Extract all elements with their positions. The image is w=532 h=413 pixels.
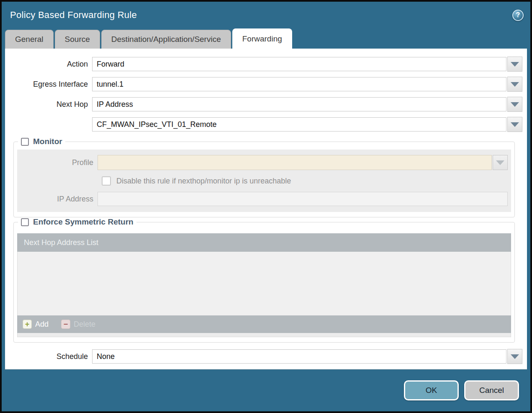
- delete-button: − Delete: [61, 320, 95, 329]
- next-hop-dropdown-button[interactable]: [507, 97, 522, 112]
- next-hop-label: Next Hop: [8, 100, 92, 109]
- monitor-section: Monitor Profile Disable this rule if nex…: [13, 137, 515, 217]
- monitor-checkbox[interactable]: [21, 138, 29, 146]
- action-dropdown-button[interactable]: [507, 57, 522, 72]
- chevron-down-icon: [511, 82, 519, 87]
- chevron-down-icon: [511, 122, 519, 127]
- chevron-down-icon: [511, 62, 519, 67]
- dialog-title: Policy Based Forwarding Rule: [10, 10, 137, 21]
- table-footer: + Add − Delete: [17, 315, 511, 333]
- next-hop-address-select[interactable]: CF_MWAN_IPsec_VTI_01_Remote: [92, 117, 506, 132]
- next-hop-address-row: CF_MWAN_IPsec_VTI_01_Remote: [8, 117, 522, 132]
- tab-forwarding[interactable]: Forwarding: [232, 28, 292, 49]
- table-header: Next Hop Address List: [17, 233, 511, 252]
- symmetric-return-checkbox[interactable]: [21, 218, 29, 226]
- action-label: Action: [8, 60, 92, 69]
- symmetric-return-legend: Enforce Symmetric Return: [18, 217, 136, 227]
- disable-rule-checkbox: [102, 176, 111, 186]
- profile-select: [98, 155, 492, 170]
- tab-bar: General Source Destination/Application/S…: [2, 28, 530, 49]
- monitor-panel: Profile Disable this rule if nexthop/mon…: [17, 150, 511, 212]
- action-select[interactable]: Forward: [92, 57, 506, 71]
- action-row: Action Forward: [8, 57, 522, 72]
- disable-rule-label: Disable this rule if nexthop/monitor ip …: [116, 177, 291, 186]
- schedule-select[interactable]: None: [92, 349, 506, 364]
- schedule-row: Schedule None: [8, 349, 522, 364]
- table-body-empty: [17, 252, 511, 315]
- monitor-legend: Monitor: [18, 137, 65, 146]
- dialog-footer: OK Cancel: [2, 369, 530, 411]
- egress-interface-select[interactable]: tunnel.1: [92, 77, 506, 91]
- monitor-ip-row: IP Address: [17, 192, 511, 206]
- schedule-dropdown-button[interactable]: [507, 349, 522, 364]
- next-hop-address-dropdown-button[interactable]: [507, 117, 522, 132]
- title-bar: Policy Based Forwarding Rule ?: [2, 2, 530, 28]
- chevron-down-icon: [511, 354, 519, 359]
- disable-rule-row: Disable this rule if nexthop/monitor ip …: [102, 176, 511, 186]
- chevron-down-icon: [511, 102, 519, 107]
- tab-content-forwarding: Action Forward Egress Interface tunnel.1…: [5, 49, 527, 369]
- profile-row: Profile: [17, 155, 511, 170]
- monitor-legend-label: Monitor: [33, 137, 62, 146]
- add-button[interactable]: + Add: [23, 320, 49, 329]
- profile-label: Profile: [17, 158, 98, 167]
- egress-interface-dropdown-button[interactable]: [507, 77, 522, 92]
- egress-interface-row: Egress Interface tunnel.1: [8, 77, 522, 92]
- help-icon[interactable]: ?: [512, 10, 524, 21]
- dialog-background: Policy Based Forwarding Rule ? General S…: [2, 2, 530, 411]
- tab-source[interactable]: Source: [55, 30, 100, 49]
- monitor-ip-input: [98, 192, 508, 206]
- chevron-down-icon: [496, 160, 504, 165]
- delete-button-label: Delete: [74, 320, 95, 329]
- cancel-button[interactable]: Cancel: [464, 380, 519, 400]
- table-scrollbar-track[interactable]: [17, 333, 511, 337]
- next-hop-type-select[interactable]: IP Address: [92, 97, 506, 111]
- egress-interface-label: Egress Interface: [8, 80, 92, 89]
- next-hop-row: Next Hop IP Address: [8, 97, 522, 112]
- schedule-label: Schedule: [8, 352, 92, 361]
- dialog-window: Policy Based Forwarding Rule ? General S…: [0, 0, 532, 413]
- monitor-ip-label: IP Address: [17, 195, 98, 204]
- add-button-label: Add: [35, 320, 49, 329]
- table-header-label: Next Hop Address List: [24, 238, 98, 247]
- next-hop-address-list-table: Next Hop Address List + Add − Delete: [17, 233, 511, 337]
- tab-general[interactable]: General: [5, 30, 54, 49]
- ok-button[interactable]: OK: [404, 380, 459, 400]
- plus-icon: +: [23, 320, 32, 329]
- symmetric-return-section: Enforce Symmetric Return Next Hop Addres…: [13, 217, 515, 343]
- profile-dropdown-button: [493, 155, 508, 170]
- symmetric-return-legend-label: Enforce Symmetric Return: [33, 217, 134, 227]
- minus-icon: −: [61, 320, 70, 329]
- tab-destination-application-service[interactable]: Destination/Application/Service: [101, 30, 231, 49]
